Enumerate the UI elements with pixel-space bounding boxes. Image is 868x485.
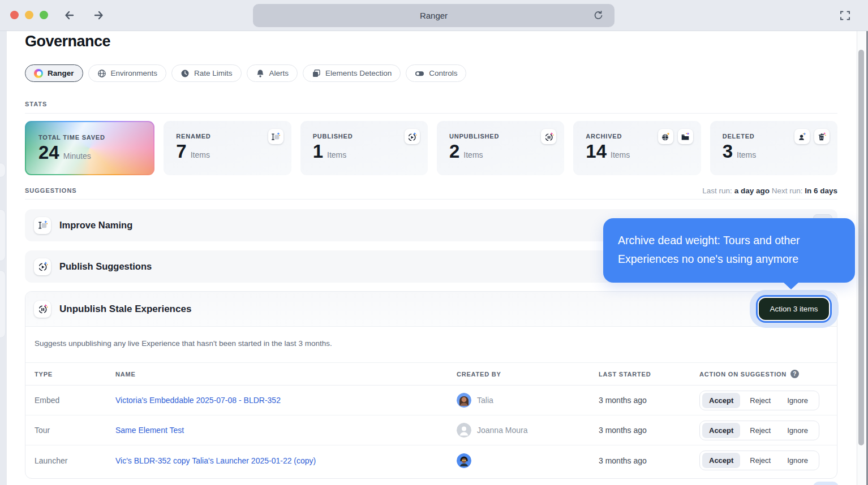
reject-option[interactable]: Reject [743, 393, 777, 408]
accept-option[interactable]: Accept [702, 453, 740, 468]
tab-label: Alerts [269, 69, 289, 77]
next-run-label: Next run: [772, 187, 803, 195]
cell-type: Embed [35, 396, 115, 405]
stat-value: 7 [176, 141, 186, 162]
stat-label: PUBLISHED [313, 133, 418, 140]
fullscreen-icon[interactable] [839, 10, 851, 21]
talia-avatar [457, 393, 471, 408]
copy-icon [312, 69, 321, 78]
reject-option[interactable]: Reject [743, 453, 777, 468]
stat-value: 1 [313, 141, 323, 162]
ignore-option[interactable]: Ignore [780, 453, 815, 468]
cell-type: Tour [35, 426, 115, 435]
run-schedule-meta: Last run: a day ago Next run: In 6 days [702, 187, 837, 195]
col-header-created-by: CREATED BY [457, 371, 599, 378]
tab-environments[interactable]: Environments [88, 64, 167, 82]
reject-option[interactable]: Reject [743, 423, 777, 438]
globe-icon [97, 69, 106, 78]
stat-unit: Minutes [63, 151, 91, 161]
tab-elements-detection[interactable]: Elements Detection [303, 64, 401, 82]
tab-rate-limits[interactable]: Rate Limits [171, 64, 242, 82]
help-icon[interactable]: ? [790, 370, 799, 378]
action-items-button[interactable]: Action 3 items [759, 298, 829, 320]
stat-card-published: PUBLISHED 1Items [300, 121, 428, 175]
tooltip-text: Archive dead weight: Tours and other Exp… [618, 234, 800, 265]
table-row: Embed Victoria's Embeddable 2025-07-08 -… [25, 386, 837, 415]
next-run-value: In 6 days [805, 187, 837, 195]
close-window-button[interactable] [10, 11, 19, 19]
action-segmented-control: Accept Reject Ignore [699, 391, 819, 410]
bell-icon [256, 69, 265, 78]
folder-sparkle-icon [678, 129, 693, 144]
cell-created-by: Talia [457, 393, 599, 408]
coachmark-tooltip: Archive dead weight: Tours and other Exp… [603, 218, 855, 283]
stat-label: RENAMED [176, 133, 281, 140]
ignore-option[interactable]: Ignore [780, 423, 815, 438]
tab-controls[interactable]: Controls [406, 64, 466, 82]
ignore-option[interactable]: Ignore [780, 393, 815, 408]
stat-unit: Items [737, 150, 756, 159]
minimize-window-button[interactable] [25, 11, 33, 19]
accept-option[interactable]: Accept [702, 423, 740, 438]
cell-last-started: 3 months ago [599, 426, 699, 435]
cell-last-started: 3 months ago [599, 396, 699, 405]
toggle-icon [415, 69, 424, 78]
user-sparkle-icon [794, 129, 810, 144]
unpublish-sparkle-icon [34, 301, 51, 318]
suggestion-title: Improve Naming [59, 220, 132, 231]
accept-option[interactable]: Accept [702, 393, 740, 408]
stat-value: 3 [723, 141, 733, 162]
last-run-value: a day ago [734, 187, 770, 195]
cell-created-by-name: Talia [477, 396, 493, 405]
col-header-last-started: LAST STARTED [599, 371, 699, 378]
stat-card-deleted: DELETED 3Items [710, 121, 837, 175]
cell-type: Launcher [35, 456, 115, 465]
cell-name-link[interactable]: Vic's BLDR-352 copy Talia's Launcher 202… [115, 456, 457, 465]
back-button[interactable] [62, 7, 78, 23]
suggestions-divider [25, 199, 837, 200]
suggestion-title: Publish Suggestions [59, 261, 152, 272]
rename-sparkle-icon [268, 129, 283, 144]
cell-name-link[interactable]: Victoria's Embeddable 2025-07-08 - BLDR-… [115, 396, 457, 405]
publish-sparkle-icon [34, 258, 51, 275]
col-header-type: TYPE [35, 371, 115, 378]
stat-card-renamed: RENAMED 7Items [164, 121, 291, 175]
table-row: Launcher Vic's BLDR-352 copy Talia's Lau… [25, 445, 837, 475]
rename-sparkle-icon [34, 217, 51, 234]
suggestion-card-unpublish-stale-experiences: Unpublish Stale Experiences Suggests unp… [25, 291, 837, 479]
tab-ranger[interactable]: Ranger [25, 64, 83, 82]
forward-button[interactable] [91, 7, 106, 23]
stat-card-unpublished: UNPUBLISHED 2Items [437, 121, 564, 175]
table-header-row: TYPE NAME CREATED BY LAST STARTED ACTION… [25, 363, 837, 386]
background-window-fragment [0, 209, 6, 261]
stat-unit: Items [611, 150, 630, 159]
ranger-logo-icon [34, 69, 43, 78]
stat-label: TOTAL TIME SAVED [38, 134, 143, 141]
reload-icon[interactable] [592, 10, 604, 21]
tooltip-tail [783, 282, 799, 289]
table-row: Tour Same Element Test Joanna Moura 3 mo… [25, 415, 837, 445]
cell-last-started: 3 months ago [599, 456, 699, 465]
address-bar-url: Ranger [420, 11, 448, 20]
trash-sparkle-icon [814, 129, 830, 144]
scrollbar-thumb[interactable] [858, 50, 864, 445]
stats-divider [25, 113, 837, 114]
suggestion-card-header[interactable]: Unpublish Stale Experiences [25, 292, 837, 327]
cell-created-by [457, 453, 599, 468]
tab-label: Rate Limits [194, 69, 233, 77]
stat-value: 24 [38, 142, 59, 163]
suggestion-table: TYPE NAME CREATED BY LAST STARTED ACTION… [25, 363, 837, 475]
suggestion-title: Unpublish Stale Experiences [59, 304, 191, 315]
last-run-label: Last run: [702, 187, 732, 195]
stat-unit: Items [191, 150, 210, 159]
suggestion-description: Suggests unpublishing any live Experienc… [25, 327, 837, 363]
address-bar[interactable]: Ranger [253, 4, 615, 27]
cell-created-by: Joanna Moura [457, 423, 599, 438]
col-header-name: NAME [115, 371, 457, 378]
tab-label: Elements Detection [325, 69, 392, 77]
zoom-window-button[interactable] [40, 11, 48, 19]
clock-icon [181, 69, 190, 78]
cell-name-link[interactable]: Same Element Test [115, 426, 457, 435]
stats-section-label: STATS [25, 101, 47, 107]
tab-alerts[interactable]: Alerts [247, 64, 298, 82]
